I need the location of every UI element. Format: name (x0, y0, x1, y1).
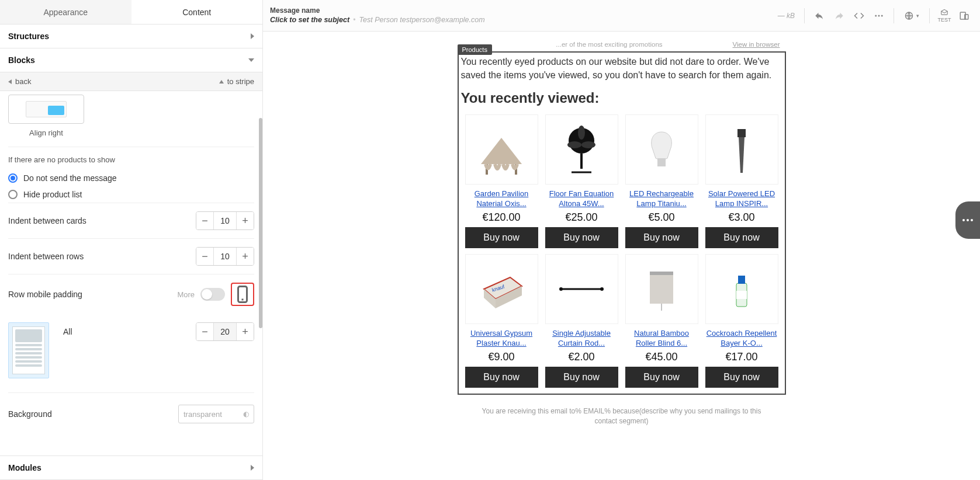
section-blocks-label: Blocks (8, 55, 35, 65)
code-button[interactable] (850, 7, 868, 25)
no-products-label: If there are no products to show (8, 155, 254, 164)
breadcrumb-back-label: back (15, 77, 31, 86)
buy-now-button[interactable]: Buy now (705, 227, 778, 248)
section-structures[interactable]: Structures (0, 25, 262, 48)
product-card: Garden Pavilion Naterial Oxis...€120.00B… (465, 114, 539, 248)
product-price: €5.00 (648, 211, 674, 224)
test-label: TEST (937, 18, 951, 23)
buy-now-button[interactable]: Buy now (465, 367, 538, 388)
product-price: €120.00 (482, 211, 520, 224)
buy-now-button[interactable]: Buy now (625, 367, 698, 388)
product-thumb[interactable] (625, 114, 698, 185)
panel-scrollbar[interactable] (258, 25, 262, 480)
more-toggle[interactable] (200, 288, 225, 301)
product-card: LED Rechargeable Lamp Titaniu...€5.00Buy… (625, 114, 699, 248)
align-option[interactable]: Align right (8, 95, 254, 137)
indent-rows-label: Indent between rows (8, 252, 84, 261)
product-title-link[interactable]: Cockroach Repellent Bayer K-O... (705, 329, 779, 349)
product-price: €2.00 (568, 351, 594, 363)
editor-top-bar: Message name Click to set the subject • … (263, 0, 980, 32)
preview-devices-button[interactable] (955, 7, 973, 25)
product-title-link[interactable]: Natural Bamboo Roller Blind 6... (625, 329, 699, 349)
email-canvas: ...er of the most exciting promotions Vi… (263, 32, 980, 480)
products-block[interactable]: Products You recently eyed products on o… (458, 51, 786, 395)
product-thumb[interactable] (545, 254, 618, 324)
tab-appearance[interactable]: Appearance (0, 0, 131, 24)
stepper-minus[interactable]: − (196, 212, 214, 229)
product-title-link[interactable]: Solar Powered LED Lamp INSPIR... (705, 189, 779, 209)
stepper-minus[interactable]: − (196, 248, 214, 265)
indent-rows-input[interactable] (214, 248, 236, 265)
product-thumb[interactable] (465, 114, 538, 185)
message-size: — kB (778, 12, 795, 20)
buy-now-button[interactable]: Buy now (545, 227, 618, 248)
stepper-minus[interactable]: − (196, 323, 214, 340)
side-toggle-button[interactable] (955, 201, 980, 239)
padding-all-label: All (63, 327, 72, 336)
product-title-link[interactable]: Universal Gypsum Plaster Knau... (465, 329, 539, 349)
row-mobile-padding-label: Row mobile padding (8, 290, 82, 299)
indent-cards-stepper[interactable]: − + (196, 211, 254, 230)
radio-icon (8, 190, 18, 199)
stepper-plus[interactable]: + (236, 248, 254, 265)
buy-now-button[interactable]: Buy now (705, 367, 778, 388)
section-modules-label: Modules (8, 463, 41, 472)
more-button[interactable] (870, 7, 888, 25)
products-badge: Products (458, 44, 492, 55)
separator (804, 8, 805, 23)
dots-icon (962, 219, 973, 221)
product-thumb[interactable] (465, 254, 538, 324)
section-modules[interactable]: Modules (0, 455, 262, 480)
tab-content[interactable]: Content (131, 0, 263, 24)
product-price: €17.00 (725, 351, 757, 363)
phone-icon (232, 284, 253, 305)
product-price: €3.00 (728, 211, 754, 224)
padding-all-stepper[interactable]: − + (196, 322, 254, 341)
message-name[interactable]: Message name (270, 6, 485, 16)
svg-point-4 (881, 15, 883, 16)
mobile-padding-highlight[interactable] (231, 283, 254, 306)
breadcrumb-to-stripe[interactable]: to stripe (219, 77, 254, 86)
product-title-link[interactable]: Garden Pavilion Naterial Oxis... (465, 189, 539, 209)
product-card: Single Adjustable Curtain Rod...€2.00Buy… (545, 254, 619, 388)
stepper-plus[interactable]: + (236, 323, 254, 340)
product-title-link[interactable]: LED Rechargeable Lamp Titaniu... (625, 189, 699, 209)
message-subject[interactable]: Click to set the subject (270, 15, 349, 25)
breadcrumb-stripe-label: to stripe (227, 77, 254, 86)
buy-now-button[interactable]: Buy now (545, 367, 618, 388)
view-in-browser-link[interactable]: View in browser (733, 41, 780, 48)
undo-button[interactable] (811, 7, 828, 25)
product-thumb[interactable] (705, 254, 778, 324)
product-thumb[interactable] (545, 114, 618, 185)
radio-hide-list[interactable]: Hide product list (8, 186, 254, 203)
product-title-link[interactable]: Floor Fan Equation Altona 45W... (545, 189, 619, 209)
breadcrumb-bar: back to stripe (0, 72, 262, 91)
product-price: €25.00 (565, 211, 597, 224)
language-button[interactable]: ▾ (900, 7, 923, 25)
stepper-plus[interactable]: + (236, 212, 254, 229)
padding-all-input[interactable] (214, 323, 236, 340)
product-thumb[interactable] (625, 254, 698, 324)
product-card: Solar Powered LED Lamp INSPIR...€3.00Buy… (705, 114, 779, 248)
breadcrumb-back[interactable]: back (8, 77, 31, 86)
indent-cards-input[interactable] (214, 212, 236, 229)
background-input[interactable]: transparent ◐ (178, 405, 254, 423)
buy-now-button[interactable]: Buy now (625, 227, 698, 248)
buy-now-button[interactable]: Buy now (465, 227, 538, 248)
product-price: €45.00 (645, 351, 677, 363)
indent-cards-label: Indent between cards (8, 216, 86, 225)
chevron-down-icon (248, 58, 254, 62)
product-title-link[interactable]: Single Adjustable Curtain Rod... (545, 329, 619, 349)
test-button[interactable]: TEST (936, 7, 953, 25)
svg-point-3 (878, 15, 880, 16)
intro-text: You recently eyed products on our websit… (460, 55, 784, 82)
email-footer: You are receiving this email to% EMAIL% … (458, 406, 786, 426)
redo-button[interactable] (830, 7, 848, 25)
separator (929, 8, 930, 23)
radio-do-not-send[interactable]: Do not send the message (8, 170, 254, 186)
product-thumb[interactable] (705, 114, 778, 185)
section-blocks[interactable]: Blocks (0, 48, 262, 72)
radio-do-not-send-label: Do not send the message (23, 173, 117, 183)
indent-rows-stepper[interactable]: − + (196, 247, 254, 266)
product-price: €9.00 (488, 351, 514, 363)
